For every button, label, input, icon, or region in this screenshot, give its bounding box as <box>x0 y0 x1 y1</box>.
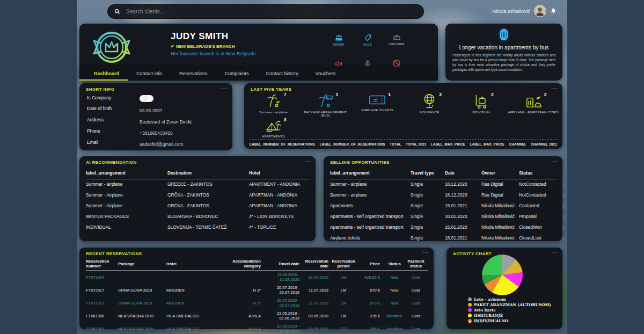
row-chevron-icon: ❯ <box>560 201 566 212</box>
voucher-icon <box>392 34 401 41</box>
package-cell <box>118 275 166 279</box>
payment-status-cell: Over <box>407 325 426 333</box>
brand-crown-logo <box>91 28 132 71</box>
destination-cell: BUGARSKA - BOROVEC <box>167 212 249 222</box>
tab-dashboard[interactable]: Dashboard <box>79 67 128 81</box>
arrangement-cell: Summer - airplane <box>330 179 411 190</box>
panel-title: RECENT RESERVATIONS <box>86 251 142 256</box>
client-name: JUDY SMITH <box>171 31 229 42</box>
panel-menu-icon[interactable]: ⋯ <box>221 85 227 92</box>
owner-cell: Nikola Mihailović <box>481 212 519 222</box>
payment-status-cell: Over <box>407 273 426 281</box>
table-row[interactable]: FT07309411.08.2020 - 15.08.202012.07.201… <box>86 271 428 284</box>
column-header: Reservation date <box>303 257 332 270</box>
legend-item: PAKET ARANZMAN (AUTOBUSOM) <box>468 302 551 307</box>
reservation-number-cell: FT072917 <box>86 286 118 294</box>
group-icon <box>334 34 343 42</box>
info-value: +381665433456 <box>140 128 173 136</box>
table-row[interactable]: WINTER PACKAGESBUGARSKA - BOROVEC4* - LI… <box>86 212 310 222</box>
hotel-cell: 4* - TOPLICE <box>249 222 328 233</box>
column-header: Price <box>356 260 383 268</box>
stats-footer-labels: LABEL_NUMBER_OF_RESERVATIONSLABEL_NUMBER… <box>250 140 557 146</box>
badge-voucher: VOUCHER <box>382 27 411 52</box>
table-row[interactable]: INDIVIDUALSLOVENIJA - TERME ČATEŽ4* - TO… <box>86 222 310 233</box>
legend-label: PAKET ARANZMAN (AUTOBUSOM) <box>474 302 551 307</box>
panel-menu-icon[interactable]: ⋯ <box>551 249 557 256</box>
sale-tag-icon <box>364 34 372 42</box>
panel-menu-icon[interactable]: ⋯ <box>551 158 557 165</box>
travel-type-cell: Single <box>411 201 445 212</box>
table-row[interactable]: Apartments - self organized transportSin… <box>330 222 557 233</box>
avatar[interactable] <box>534 5 546 17</box>
table-row[interactable]: Airplane ticketsSingle18.01.2021Nikola M… <box>330 233 557 244</box>
column-header: Status <box>519 169 560 179</box>
beach-house-icon <box>265 118 281 133</box>
table-row[interactable]: FT067358NEA VRASNA 2019VILA SMERALDOA VI… <box>86 309 428 322</box>
table-row[interactable]: FT067361NEA VRASNA 2019VILA SMERALDOA VI… <box>86 322 428 334</box>
owner-cell: Nikola Mihailović <box>481 233 519 244</box>
panel-menu-icon[interactable]: ⋯ <box>551 85 557 92</box>
info-label: Is Company <box>87 95 140 102</box>
reservation-number-cell: FT072917 <box>86 299 118 307</box>
legend-page-up-icon[interactable]: ▲ <box>468 320 472 324</box>
date-cell: 18.12.2020 <box>445 179 481 190</box>
panel-menu-icon[interactable]: ⋯ <box>422 249 428 256</box>
legend-dot <box>468 308 472 312</box>
is-company-toggle[interactable] <box>140 95 153 102</box>
price-cell: 570 € <box>356 286 383 294</box>
travel-date-cell: 02.06.2019 - 12.06.2019 <box>264 322 303 334</box>
tab-complaints[interactable]: Complaints <box>216 67 258 81</box>
tab-reservations[interactable]: Reservations <box>171 67 216 81</box>
table-row[interactable]: Summer - AirplaneGRČKA - ZAKINTOSAPARTMA… <box>86 190 310 201</box>
table-row[interactable]: Summer - airplaneSingle18.12.2020Rea Dig… <box>330 190 557 201</box>
travel-type-cell: Single <box>411 190 445 201</box>
legend-item: OSIGURANJE <box>468 313 551 318</box>
column-header: Reservation number <box>86 257 118 270</box>
table-row[interactable]: Summer - airplaneGREECE - ZAKINTOSAPARTM… <box>86 179 310 190</box>
table-row[interactable]: Summer - airplaneSingle18.12.2020Rea Dig… <box>330 179 557 190</box>
stat-label: Summer - airplane <box>259 111 288 114</box>
palm-bus-icon <box>317 93 333 109</box>
legend-page-down-icon[interactable]: ▼ <box>485 320 489 324</box>
tab-contact-history[interactable]: Contact history <box>258 67 307 81</box>
travel-type-cell: Single <box>411 222 445 233</box>
column-header: Accomodation category <box>218 257 264 270</box>
category-cell: A VILA <box>218 325 264 333</box>
bell-icon[interactable] <box>550 8 557 14</box>
arrangement-cell: Summer - Airplane <box>86 201 167 212</box>
info-row: AddressBoulevard of Zoran Đinđić <box>87 117 227 125</box>
period-cell: LM <box>332 286 356 294</box>
table-row[interactable]: Apartments - self organized transportSin… <box>330 212 557 222</box>
badge-group: GROUP <box>324 27 353 52</box>
hotel-cell: VILA SMERALDO <box>166 325 218 333</box>
table-row[interactable]: FT072917CRNA GORA 2019MOGRENH 3*20.07.20… <box>86 284 428 296</box>
table-row[interactable]: Summer - AirplaneGRČKA - ZAKINTOSAPARTMA… <box>86 201 310 212</box>
period-cell: LM <box>332 312 356 320</box>
panel-menu-icon[interactable]: ⋯ <box>304 158 310 165</box>
destination-cell: GRČKA - ZAKINTOS <box>167 190 249 201</box>
table-row[interactable]: FT072917CRNA GORA 2019MOGRENH 3*20.07.20… <box>86 296 428 309</box>
reservation-date-cell: 09.05.2019 <box>303 312 332 320</box>
legend-pager: ▲ 1 / 2 ▼ <box>468 320 489 324</box>
stat-label: AIRPLANE TICKETS <box>361 108 393 112</box>
tab-contact-info[interactable]: Contact info <box>128 67 171 81</box>
panel-title: AI RECOMMENDATION <box>86 160 137 165</box>
date-cell: 15.01.2021 <box>445 201 481 212</box>
hotel-cell: MOGREN <box>166 299 218 307</box>
segment-insight-card: 0 Longer vacation in apartments by bus P… <box>445 24 562 81</box>
price-cell: 570 € <box>356 299 383 307</box>
hotel-cell: MOGREN <box>166 286 218 294</box>
search-input[interactable] <box>125 8 417 15</box>
panel-title: ACTIVITY CHART <box>453 251 492 256</box>
search-bar[interactable] <box>107 4 424 19</box>
table-row[interactable]: ApartmentsSingle15.01.2021Nikola Mihailo… <box>330 201 557 212</box>
app-viewport: Nikola Mihailović <box>77 0 567 334</box>
arrangement-cell: INDIVIDUAL <box>86 222 167 233</box>
user-name: Nikola Mihailović <box>492 8 530 14</box>
tab-vouchers[interactable]: Vouchers <box>307 67 345 81</box>
travel-date-cell: 20.07.2019 - 25.07.2019 <box>264 284 303 296</box>
stat-count: 2 <box>491 92 494 97</box>
reservation-date-cell: 09.05.2019 <box>303 325 332 333</box>
legend-dot <box>468 303 472 307</box>
info-label: Address <box>87 117 140 125</box>
